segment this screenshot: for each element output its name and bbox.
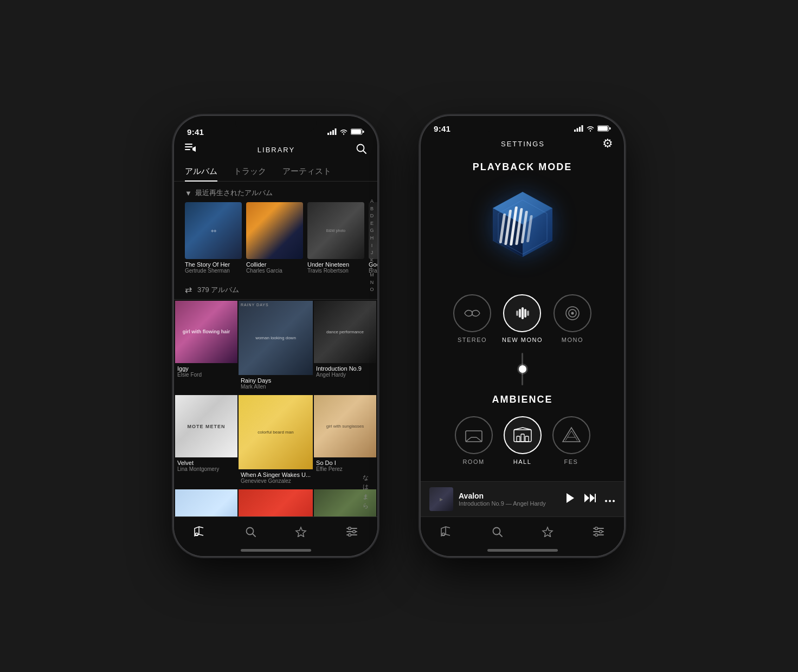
recent-album-2[interactable]: Collider Charles Garcia [246,202,303,274]
album-artist-under19: Travis Robertson [307,268,364,274]
grid-album-velvet[interactable]: MOTE METEN Velvet Lina Montgomery [175,395,237,488]
svg-rect-28 [598,126,608,131]
svg-point-77 [595,527,598,530]
library-phone: 9:41 [174,116,377,556]
mono-label: MONO [562,337,583,343]
new-mono-button[interactable]: NEW MONO [502,294,543,343]
album-grid: girl with flowing hair Iggy Elsie Ford R… [174,300,377,516]
grid-album-singer[interactable]: colorful beard man When A Singer Wakes U… [239,395,313,488]
svg-rect-5 [351,130,361,134]
settings-status-time: 9:41 [434,124,451,133]
svg-rect-6 [363,131,364,133]
stereo-icon [462,305,482,321]
svg-point-67 [609,500,611,502]
artist-iggy: Elsie Ford [177,372,235,378]
artist-sodo: Effie Perez [316,466,374,472]
grid-album-red[interactable]: abstract red [239,489,313,516]
jp-sidebar-bottom: な は ま ら [363,473,369,511]
room-label: ROOM [462,458,484,465]
svg-rect-44 [527,311,529,316]
svg-rect-25 [579,127,581,132]
nav-settings[interactable] [340,522,364,541]
svg-point-68 [613,500,615,502]
tab-albums[interactable]: アルバム [185,162,217,181]
settings-notch [482,116,563,132]
settings-header: SETTINGS ⚙ [421,133,624,156]
forward-button[interactable] [584,493,596,506]
library-header: LIBRARY [174,140,377,162]
thumb-iggy: girl with flowing hair [175,301,237,363]
settings-signal-icon [574,125,583,132]
home-indicator [241,549,311,552]
svg-line-50 [477,437,482,442]
stereo-button[interactable]: STEREO [453,294,491,343]
slider-thumb [519,365,526,373]
room-button[interactable]: ROOM [455,416,493,465]
svg-rect-24 [577,128,578,132]
grid-album-kevin[interactable]: Kevin Gregory... Kevin Gregory... [175,489,237,516]
info-intro: Introduction No.9 Angel Hardy [314,363,376,382]
album-name-under19: Under Nineteen [307,261,364,268]
recent-album-3[interactable]: B&W photo Under Nineteen Travis Robertso… [307,202,364,274]
more-button[interactable] [604,494,615,505]
svg-point-66 [605,500,607,502]
hall-button[interactable]: HALL [504,416,542,465]
svg-rect-1 [330,132,332,135]
grid-album-intro[interactable]: dance performance Introduction No.9 Ange… [314,301,376,394]
svg-rect-7 [185,144,192,145]
search-icon[interactable] [356,143,366,157]
tab-artists[interactable]: アーティスト [282,162,331,181]
fes-circle [552,416,590,454]
settings-screen: 9:41 [421,116,624,556]
stereo-circle [453,294,491,332]
fes-icon [561,425,582,445]
info-iggy: Iggy Elsie Ford [175,363,237,382]
settings-nav-search[interactable] [485,522,509,541]
fes-label: FES [564,458,578,465]
battery-icon [351,128,364,135]
svg-rect-9 [185,149,190,150]
svg-rect-43 [516,311,518,316]
artist-intro: Angel Hardy [316,372,374,378]
settings-nav-library[interactable] [434,522,458,541]
svg-point-79 [595,534,598,537]
info-velvet: Velvet Lina Montgomery [175,457,237,476]
svg-line-11 [363,151,366,153]
settings-lib-icon [440,526,452,537]
svg-point-78 [600,531,602,533]
svg-point-12 [195,533,198,536]
name-intro: Introduction No.9 [316,365,374,372]
settings-nav-favorites[interactable] [536,522,559,541]
settings-nav-eq[interactable] [587,522,610,541]
alphabet-sidebar: A B D E G H I J K L M N O [369,198,375,293]
settings-phone: 9:41 [421,116,624,556]
album-artist-collider: Charles Garcia [246,268,303,274]
album-name-story: The Story Of Her [185,261,242,268]
play-button[interactable] [565,493,575,506]
star-nav-icon [295,526,307,537]
now-playing-controls [565,493,615,506]
svg-rect-40 [519,309,521,318]
fes-button[interactable]: FES [552,416,590,465]
settings-star-icon [542,526,554,537]
more-icon [604,500,615,502]
grid-album-rainy[interactable]: RAINY DAYS woman looking down Rainy Days… [239,301,313,394]
recent-albums-row: ◆◆ The Story Of Her Gertrude Sherman Col… [174,202,377,280]
music-queue-icon[interactable] [185,144,197,156]
room-icon [464,427,484,444]
nav-search[interactable] [239,522,262,541]
svg-rect-23 [574,130,576,132]
nav-favorites[interactable] [289,522,313,541]
album-thumb-story: ◆◆ [185,202,242,259]
mono-button[interactable]: MONO [554,294,591,343]
shuffle-icon[interactable]: ⇄ [185,285,192,295]
svg-rect-41 [522,307,524,319]
recent-album-1[interactable]: ◆◆ The Story Of Her Gertrude Sherman [185,202,242,274]
recent-section-header: ▼ 最近再生されたアルバム [174,182,377,202]
tab-tracks[interactable]: トラック [234,162,266,181]
playback-slider[interactable] [522,353,523,385]
gear-icon[interactable]: ⚙ [602,137,613,151]
name-singer: When A Singer Wakes U... [241,471,311,478]
grid-album-iggy[interactable]: girl with flowing hair Iggy Elsie Ford [175,301,237,394]
nav-library[interactable] [188,522,211,541]
